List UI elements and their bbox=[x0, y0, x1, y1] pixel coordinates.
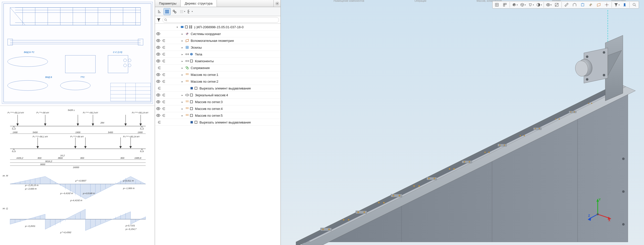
include-icon[interactable]: ∈ bbox=[157, 86, 162, 90]
eye-icon[interactable] bbox=[156, 32, 160, 36]
include-icon[interactable]: ∈ bbox=[162, 52, 166, 56]
svg-point-178 bbox=[186, 102, 187, 102]
svg-point-175 bbox=[186, 101, 187, 101]
svg-point-231 bbox=[413, 185, 415, 187]
eye-icon[interactable] bbox=[156, 100, 160, 104]
svg-rect-33 bbox=[110, 83, 151, 101]
viewport-3d[interactable]: Размещение компонентов Операции Массив, … bbox=[281, 0, 644, 245]
svg-rect-146 bbox=[191, 27, 192, 28]
svg-point-211 bbox=[633, 3, 635, 6]
include-icon[interactable]: ∈ bbox=[162, 79, 166, 84]
include-icon[interactable]: ∈ bbox=[162, 59, 166, 63]
tree-cut-2[interactable]: ∈ Вырезать элемент выдавливания bbox=[155, 119, 280, 126]
tree-order-button[interactable] bbox=[156, 8, 163, 15]
dim-9016: 9016,2 bbox=[45, 160, 52, 163]
svg-point-195 bbox=[187, 115, 188, 116]
tree-pattern-3[interactable]: ∈ ▸ Массив по сетке:3 bbox=[155, 99, 280, 105]
svg-rect-173 bbox=[190, 94, 192, 96]
svg-point-193 bbox=[188, 114, 189, 115]
vp-search-button[interactable] bbox=[631, 2, 638, 8]
eye-icon[interactable] bbox=[156, 45, 160, 50]
vp-grid-button[interactable] bbox=[493, 2, 501, 8]
tree-coord-systems[interactable]: ▸ Системы координат bbox=[155, 30, 280, 37]
vp-perspective-button[interactable] bbox=[527, 2, 535, 8]
include-icon[interactable]: ∈ bbox=[162, 113, 166, 118]
vp-measure1-button[interactable] bbox=[563, 2, 570, 8]
eye-icon[interactable] bbox=[156, 72, 160, 77]
tree-cut-1[interactable]: ∈ Вырезать элемент выдавливания bbox=[155, 85, 280, 92]
svg-point-263 bbox=[603, 74, 605, 76]
svg-point-25 bbox=[8, 80, 48, 90]
eye-icon[interactable] bbox=[156, 106, 160, 111]
tree-mirror-4[interactable]: ∈ ▸ Зеркальный массив:4 bbox=[155, 92, 280, 99]
tree-pattern-4[interactable]: ∈ ▸ Массив по сетке:4 bbox=[155, 105, 280, 112]
tree-root[interactable]: ▾ (-)КП-2068998-15.05.01-037-18-0 bbox=[155, 24, 280, 30]
include-icon[interactable]: ∈ bbox=[162, 45, 166, 50]
tree-sketches[interactable]: ∈ ▸ Эскизы bbox=[155, 44, 280, 51]
svg-rect-28 bbox=[108, 55, 128, 73]
vp-color-button[interactable] bbox=[535, 2, 543, 8]
vp-filter-button[interactable] bbox=[613, 2, 620, 8]
tree-cut2-label: Вырезать элемент выдавливания bbox=[199, 120, 251, 124]
tab-parameters[interactable]: Параметры bbox=[155, 0, 181, 7]
ep-m-label: эп. М bbox=[3, 174, 8, 177]
include-icon[interactable]: ∈ bbox=[157, 120, 162, 125]
tree-components[interactable]: ∈ ▸ Компоненты bbox=[155, 58, 280, 65]
eye-icon[interactable] bbox=[156, 38, 160, 43]
tree-components-label: Компоненты bbox=[195, 59, 214, 63]
tree-mates[interactable]: ∈ ▸ Сопряжения bbox=[155, 65, 280, 71]
tree-pattern-5[interactable]: ∈ ▸ Массив по сетке:5 bbox=[155, 112, 280, 119]
vp-plane-button[interactable] bbox=[595, 2, 602, 8]
svg-marker-54 bbox=[140, 124, 142, 126]
svg-rect-203 bbox=[503, 5, 505, 6]
vp-stop-button[interactable] bbox=[621, 2, 628, 8]
tree-group-button[interactable] bbox=[164, 8, 171, 15]
dim-162: 16,2 bbox=[60, 154, 65, 157]
vp-visibility-button[interactable] bbox=[545, 2, 552, 8]
tree-settings-button[interactable] bbox=[273, 0, 280, 7]
include-icon[interactable]: ∈ bbox=[162, 100, 166, 104]
svg-rect-253 bbox=[569, 111, 576, 113]
vp-measure2-button[interactable] bbox=[571, 2, 578, 8]
tree-grid-button[interactable] bbox=[179, 8, 186, 15]
vp-shade-button[interactable] bbox=[511, 2, 518, 8]
tree-tabs: Параметры Дерево: структура bbox=[155, 0, 280, 7]
vp-origin-button[interactable] bbox=[603, 2, 611, 8]
svg-point-224 bbox=[357, 211, 359, 213]
svg-point-230 bbox=[399, 195, 400, 196]
tree-bodies[interactable]: ∈ ▸ Тела bbox=[155, 51, 280, 58]
svg-marker-272 bbox=[588, 217, 591, 221]
tree-pattern2-label: Массив по сетке:2 bbox=[191, 80, 218, 83]
vp-axes-button[interactable] bbox=[587, 2, 594, 8]
tree-search-input[interactable] bbox=[163, 17, 279, 23]
svg-point-130 bbox=[173, 10, 175, 12]
tree-pattern-2[interactable]: ∈ ▸ Массив по сетке:2 bbox=[155, 78, 280, 85]
include-icon[interactable]: ∈ bbox=[162, 38, 166, 43]
include-icon[interactable]: ∈ bbox=[157, 66, 162, 70]
vp-config-button[interactable] bbox=[501, 2, 509, 8]
tree-aux-geometry[interactable]: ∈ ▸ Вспомогательная геометрия bbox=[155, 37, 280, 44]
svg-rect-23 bbox=[138, 39, 143, 45]
tree-body[interactable]: ▾ (-)КП-2068998-15.05.01-037-18-0 ▸ Сист… bbox=[155, 24, 280, 245]
plane-icon bbox=[185, 39, 189, 43]
tree-pattern-1[interactable]: ∈ ▸ Массив по сетке:1 bbox=[155, 71, 280, 78]
tree-linked-button[interactable] bbox=[171, 8, 178, 15]
include-icon[interactable]: ∈ bbox=[162, 72, 166, 77]
eye-icon[interactable] bbox=[156, 113, 160, 118]
tree-mirror4-label: Зеркальный массив:4 bbox=[195, 93, 228, 97]
vp-section-button[interactable] bbox=[553, 2, 560, 8]
include-icon[interactable]: ∈ bbox=[162, 93, 166, 97]
eye-icon[interactable] bbox=[156, 79, 160, 84]
eye-icon[interactable] bbox=[156, 52, 160, 56]
eye-icon[interactable] bbox=[156, 59, 160, 63]
tab-structure[interactable]: Дерево: структура bbox=[181, 0, 217, 7]
tree-expand-button[interactable] bbox=[186, 8, 193, 15]
include-icon[interactable]: ∈ bbox=[162, 106, 166, 111]
eye-icon[interactable] bbox=[156, 93, 160, 97]
svg-point-156 bbox=[158, 74, 159, 75]
svg-marker-62 bbox=[74, 146, 76, 148]
vp-wireframe-button[interactable] bbox=[519, 2, 527, 8]
svg-point-135 bbox=[180, 11, 181, 12]
svg-point-250 bbox=[539, 128, 540, 129]
vp-normal-button[interactable] bbox=[579, 2, 586, 8]
